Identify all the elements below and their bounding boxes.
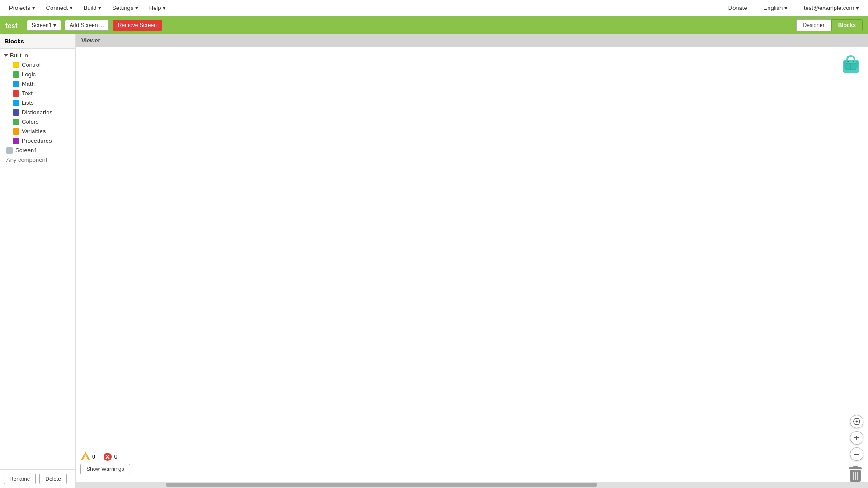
procedures-label: Procedures	[22, 137, 52, 144]
remove-screen-button[interactable]: Remove Screen	[113, 20, 162, 31]
math-item[interactable]: Math	[0, 79, 75, 89]
svg-point-8	[856, 421, 858, 423]
viewer-controls	[850, 415, 863, 461]
delete-button[interactable]: Delete	[39, 474, 67, 484]
backpack-icon[interactable]	[838, 52, 863, 77]
show-warnings-button[interactable]: Show Warnings	[80, 464, 130, 474]
trash-button[interactable]	[847, 465, 863, 483]
settings-menu[interactable]: Settings ▾	[108, 3, 143, 13]
scrollbar-thumb[interactable]	[166, 483, 597, 487]
designer-button[interactable]: Designer	[796, 19, 831, 31]
warning-triangle-icon: !	[80, 452, 90, 462]
logic-item[interactable]: Logic	[0, 70, 75, 79]
blocks-button[interactable]: Blocks	[831, 19, 863, 31]
warning-counts: ! 0 0	[80, 452, 117, 462]
viewer-container: Viewer	[76, 34, 868, 488]
center-button[interactable]	[850, 415, 863, 428]
collapse-icon	[4, 54, 8, 57]
blocks-header: Blocks	[0, 34, 75, 49]
zoom-in-button[interactable]	[850, 431, 863, 445]
screen1-item[interactable]: Screen1	[0, 145, 75, 155]
zoom-out-button[interactable]	[850, 447, 863, 461]
any-component-label: Any component	[0, 155, 75, 164]
svg-rect-4	[856, 61, 858, 68]
text-label: Text	[22, 90, 33, 97]
main-layout: Blocks Built-in Control Logic Math	[0, 34, 868, 488]
svg-rect-17	[853, 466, 858, 468]
connect-menu[interactable]: Connect ▾	[42, 3, 77, 13]
add-screen-button[interactable]: Add Screen ...	[65, 20, 109, 31]
dicts-icon	[13, 109, 19, 116]
procedures-icon	[13, 138, 19, 144]
colors-label: Colors	[22, 118, 39, 125]
screen1-icon	[6, 147, 13, 154]
dicts-label: Dictionaries	[22, 109, 52, 116]
projects-menu[interactable]: Projects ▾	[5, 3, 40, 13]
component-tree: Built-in Control Logic Math Text	[0, 49, 75, 469]
error-icon	[103, 452, 113, 462]
view-toggle: Designer Blocks	[796, 19, 863, 31]
svg-rect-3	[844, 61, 846, 68]
variables-item[interactable]: Variables	[0, 127, 75, 136]
title-bar: test Screen1 ▾ Add Screen ... Remove Scr…	[0, 16, 868, 34]
builtin-group[interactable]: Built-in	[0, 51, 75, 60]
viewer-canvas[interactable]: ! 0 0 Show Warnings	[76, 47, 868, 488]
colors-icon	[13, 119, 19, 125]
variables-icon	[13, 128, 19, 135]
build-menu[interactable]: Build ▾	[79, 3, 106, 13]
text-icon	[13, 90, 19, 97]
lists-item[interactable]: Lists	[0, 98, 75, 108]
sidebar-footer: Rename Delete	[0, 469, 75, 488]
logic-icon	[13, 71, 19, 78]
variables-label: Variables	[22, 128, 46, 135]
logic-label: Logic	[22, 71, 36, 78]
lists-label: Lists	[22, 99, 34, 106]
text-item[interactable]: Text	[0, 89, 75, 98]
donate-link[interactable]: Donate	[724, 3, 752, 13]
error-count: 0	[103, 452, 118, 462]
error-number: 0	[114, 454, 118, 460]
math-label: Math	[22, 80, 35, 87]
warning-count: ! 0	[80, 452, 95, 462]
warning-number: 0	[92, 454, 95, 460]
colors-item[interactable]: Colors	[0, 117, 75, 127]
nav-right: Donate English ▾ test@example.com ▾	[724, 3, 863, 13]
procedures-item[interactable]: Procedures	[0, 136, 75, 145]
svg-point-5	[847, 61, 849, 62]
builtin-label: Built-in	[10, 52, 28, 59]
control-icon	[13, 62, 19, 68]
svg-text:!: !	[84, 455, 85, 460]
rename-button[interactable]: Rename	[4, 474, 36, 484]
help-menu[interactable]: Help ▾	[145, 3, 170, 13]
top-navigation: Projects ▾ Connect ▾ Build ▾ Settings ▾ …	[0, 0, 868, 16]
control-label: Control	[22, 61, 41, 68]
control-item[interactable]: Control	[0, 60, 75, 70]
viewer-header: Viewer	[76, 34, 868, 47]
lists-icon	[13, 100, 19, 106]
language-menu[interactable]: English ▾	[759, 3, 792, 13]
warning-bar: ! 0 0 Show Warnings	[80, 452, 130, 474]
screen-selector[interactable]: Screen1 ▾	[27, 20, 61, 31]
dicts-item[interactable]: Dictionaries	[0, 108, 75, 117]
screen1-label: Screen1	[15, 147, 37, 154]
project-title: test	[5, 22, 18, 29]
account-menu[interactable]: test@example.com ▾	[799, 3, 863, 13]
sidebar: Blocks Built-in Control Logic Math	[0, 34, 76, 488]
math-icon	[13, 81, 19, 87]
bottom-scrollbar[interactable]	[76, 482, 868, 488]
svg-point-6	[853, 61, 854, 62]
